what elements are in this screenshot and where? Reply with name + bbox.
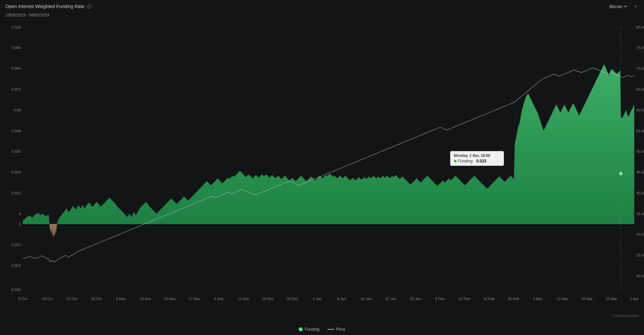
svg-text:75.00K: 75.00K xyxy=(636,46,644,50)
svg-text:0.108: 0.108 xyxy=(11,25,21,29)
legend-funding-label: Funding xyxy=(305,327,319,332)
asset-label: Bitcoin xyxy=(609,4,622,9)
svg-text:16 Oct: 16 Oct xyxy=(42,297,53,301)
svg-text:9 Oct: 9 Oct xyxy=(18,297,28,301)
asset-selector[interactable]: Bitcoin xyxy=(609,4,627,9)
svg-text:30 Oct: 30 Oct xyxy=(91,297,102,301)
svg-text:25 Dec: 25 Dec xyxy=(287,297,299,301)
svg-text:0: 0 xyxy=(19,222,21,226)
svg-text:55.00K: 55.00K xyxy=(636,129,644,133)
svg-text:60.00K: 60.00K xyxy=(636,108,644,112)
svg-text:40.00K: 40.00K xyxy=(636,191,644,195)
watermark: © lambda.markets xyxy=(611,314,639,318)
svg-text:11 Dec: 11 Dec xyxy=(238,297,250,301)
legend-price: Price xyxy=(328,327,345,332)
legend-funding: Funding xyxy=(299,327,319,332)
close-button[interactable]: × xyxy=(633,3,639,9)
svg-text:0.024: 0.024 xyxy=(11,170,21,174)
svg-text:0.096: 0.096 xyxy=(11,46,21,50)
header-right: Bitcoin × xyxy=(609,3,639,9)
svg-text:27 Nov: 27 Nov xyxy=(189,297,201,301)
svg-text:29 Jan: 29 Jan xyxy=(410,297,421,301)
info-icon[interactable]: ℹ xyxy=(87,4,91,9)
svg-text:5 Feb: 5 Feb xyxy=(435,297,444,301)
date-range: 10/05/2023 - 04/02/2024 xyxy=(5,13,49,17)
svg-text:-0.024: -0.024 xyxy=(10,264,21,268)
chart-legend: Funding Price xyxy=(0,324,644,335)
svg-text:-0.036: -0.036 xyxy=(10,288,21,292)
legend-price-label: Price xyxy=(336,327,345,332)
svg-text:11 Mar: 11 Mar xyxy=(557,297,568,301)
svg-point-69 xyxy=(619,172,622,175)
svg-text:22 Jan: 22 Jan xyxy=(385,297,396,301)
svg-text:13 Nov: 13 Nov xyxy=(140,297,152,301)
svg-text:8 Jan: 8 Jan xyxy=(337,297,346,301)
chevron-down-icon xyxy=(624,5,627,8)
svg-text:18 Dec: 18 Dec xyxy=(262,297,274,301)
chart-svg: 0.108 0.096 0.084 0.072 0.06 0.048 0.036… xyxy=(0,20,644,324)
legend-price-line xyxy=(328,329,334,330)
chart-title: Open Interest Weighted Funding Rate ℹ xyxy=(5,4,91,9)
svg-text:30.00K: 30.00K xyxy=(636,232,644,236)
svg-text:4 Mar: 4 Mar xyxy=(533,297,543,301)
svg-text:15 Jan: 15 Jan xyxy=(360,297,372,301)
svg-text:0.012: 0.012 xyxy=(11,191,21,195)
chart-container: Open Interest Weighted Funding Rate ℹ Bi… xyxy=(0,0,644,335)
svg-text:1 Jan: 1 Jan xyxy=(313,297,322,301)
svg-text:0.048: 0.048 xyxy=(11,129,21,133)
svg-text:25.00K: 25.00K xyxy=(636,253,644,257)
svg-text:12 Feb: 12 Feb xyxy=(459,297,470,301)
svg-text:0.036: 0.036 xyxy=(11,149,21,153)
chart-header: Open Interest Weighted Funding Rate ℹ Bi… xyxy=(0,0,644,11)
svg-text:6 Nov: 6 Nov xyxy=(116,297,126,301)
chart-title-text: Open Interest Weighted Funding Rate xyxy=(5,4,85,9)
svg-text:4 Dec: 4 Dec xyxy=(214,297,224,301)
svg-text:50.00K: 50.00K xyxy=(636,149,644,153)
svg-text:65.00K: 65.00K xyxy=(636,87,644,91)
svg-text:19 Feb: 19 Feb xyxy=(483,297,495,301)
svg-text:26 Feb: 26 Feb xyxy=(508,297,519,301)
svg-text:0: 0 xyxy=(19,212,21,216)
svg-text:18 Mar: 18 Mar xyxy=(581,297,593,301)
legend-funding-dot xyxy=(299,327,303,331)
svg-text:35.00K: 35.00K xyxy=(636,212,644,216)
svg-text:70.00K: 70.00K xyxy=(636,66,644,70)
svg-text:80.00K: 80.00K xyxy=(636,25,644,29)
svg-text:1 Apr: 1 Apr xyxy=(630,297,639,301)
svg-text:0.072: 0.072 xyxy=(11,87,21,91)
chart-area: 0.108 0.096 0.084 0.072 0.06 0.048 0.036… xyxy=(0,20,644,324)
svg-text:25 Mar: 25 Mar xyxy=(606,297,617,301)
svg-text:0.084: 0.084 xyxy=(11,66,21,70)
svg-text:20 Nov: 20 Nov xyxy=(164,297,176,301)
svg-text:45.00K: 45.00K xyxy=(636,170,644,174)
svg-text:0.06: 0.06 xyxy=(14,108,21,112)
svg-text:-0.012: -0.012 xyxy=(10,243,21,247)
svg-text:23 Oct: 23 Oct xyxy=(67,297,78,301)
svg-text:20.00K: 20.00K xyxy=(636,274,644,278)
